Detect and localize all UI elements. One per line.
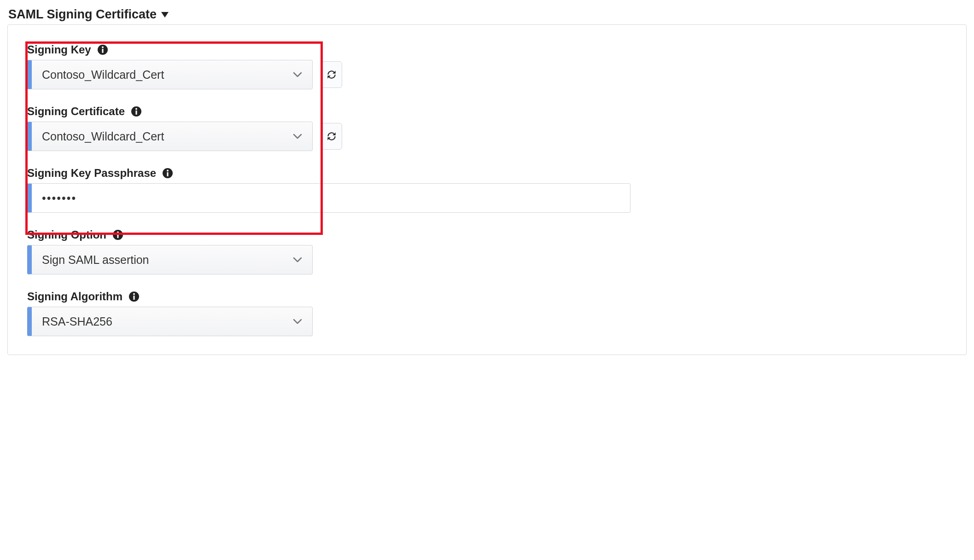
svg-rect-14 (134, 296, 135, 300)
signing-key-refresh-button[interactable] (321, 61, 342, 88)
saml-signing-panel: Signing Key Contoso_Wildcard_Cert Signin… (7, 24, 967, 355)
signing-certificate-value: Contoso_Wildcard_Cert (42, 130, 164, 143)
chevron-down-icon (293, 72, 302, 77)
signing-key-value: Contoso_Wildcard_Cert (42, 68, 164, 82)
info-icon[interactable] (113, 230, 123, 240)
form-group-signing-key: Signing Key Contoso_Wildcard_Cert (27, 43, 947, 89)
svg-point-6 (135, 108, 137, 110)
signing-algorithm-value: RSA-SHA256 (42, 315, 112, 328)
signing-key-passphrase-label-row: Signing Key Passphrase (27, 167, 947, 180)
chevron-down-icon (293, 319, 302, 324)
chevron-down-icon (293, 257, 302, 262)
signing-certificate-select[interactable]: Contoso_Wildcard_Cert (27, 122, 313, 151)
signing-certificate-label-row: Signing Certificate (27, 105, 947, 118)
svg-rect-11 (117, 234, 118, 238)
signing-certificate-refresh-button[interactable] (321, 123, 342, 150)
signing-option-select[interactable]: Sign SAML assertion (27, 245, 313, 274)
form-group-signing-certificate: Signing Certificate Contoso_Wildcard_Cer… (27, 105, 947, 151)
form-group-signing-key-passphrase: Signing Key Passphrase (27, 167, 947, 213)
form-group-signing-algorithm: Signing Algorithm RSA-SHA256 (27, 290, 947, 336)
signing-key-select[interactable]: Contoso_Wildcard_Cert (27, 60, 313, 89)
refresh-icon (326, 130, 338, 142)
svg-rect-5 (135, 111, 137, 115)
signing-key-label: Signing Key (27, 43, 91, 56)
caret-down-icon (161, 12, 169, 18)
signing-option-label: Signing Option (27, 228, 106, 241)
signing-option-value: Sign SAML assertion (42, 253, 149, 267)
svg-point-9 (167, 170, 169, 172)
info-icon[interactable] (163, 168, 173, 178)
form-group-signing-option: Signing Option Sign SAML assertion (27, 228, 947, 274)
info-icon[interactable] (98, 45, 108, 55)
svg-rect-2 (102, 49, 103, 53)
info-icon[interactable] (131, 106, 141, 117)
signing-algorithm-select[interactable]: RSA-SHA256 (27, 307, 313, 336)
info-icon[interactable] (129, 292, 139, 302)
signing-key-label-row: Signing Key (27, 43, 947, 56)
signing-key-passphrase-input[interactable] (27, 183, 630, 213)
svg-point-3 (102, 47, 104, 48)
signing-algorithm-label-row: Signing Algorithm (27, 290, 947, 303)
svg-marker-0 (161, 12, 169, 18)
signing-key-passphrase-label: Signing Key Passphrase (27, 167, 156, 180)
chevron-down-icon (293, 134, 302, 139)
signing-certificate-label: Signing Certificate (27, 105, 125, 118)
refresh-icon (326, 69, 338, 81)
signing-algorithm-label: Signing Algorithm (27, 290, 122, 303)
section-header[interactable]: SAML Signing Certificate (7, 7, 967, 22)
signing-option-label-row: Signing Option (27, 228, 947, 241)
svg-point-12 (117, 232, 119, 233)
section-title: SAML Signing Certificate (8, 7, 157, 22)
svg-rect-8 (167, 172, 169, 176)
svg-point-15 (133, 293, 135, 295)
